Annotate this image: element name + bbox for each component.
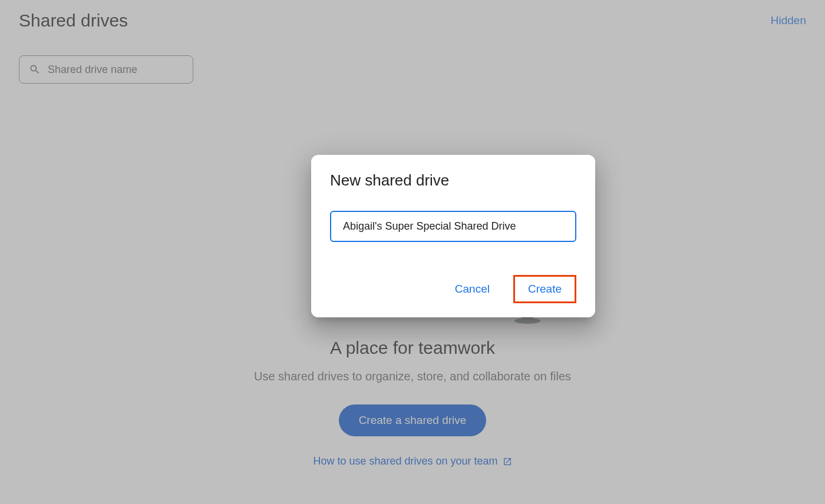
dialog-title: New shared drive bbox=[330, 171, 576, 190]
shared-drive-name-input[interactable] bbox=[330, 211, 576, 242]
create-button[interactable]: Create bbox=[513, 275, 576, 303]
cancel-button[interactable]: Cancel bbox=[446, 277, 499, 301]
new-shared-drive-dialog: New shared drive Cancel Create bbox=[311, 155, 595, 317]
